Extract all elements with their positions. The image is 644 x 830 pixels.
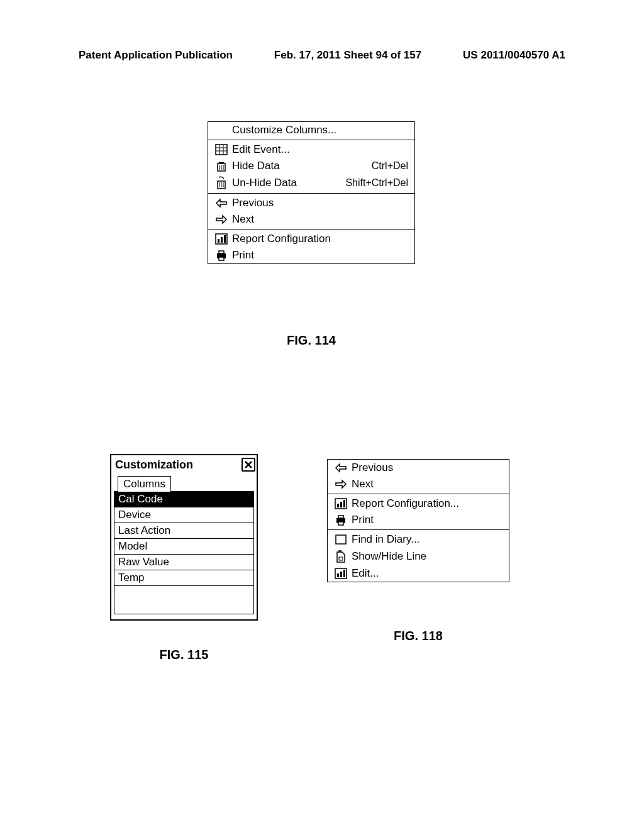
list-item[interactable]: Temp xyxy=(114,570,253,586)
print-item[interactable]: Print xyxy=(208,247,414,263)
previous-item[interactable]: Previous xyxy=(208,195,414,211)
print-label: Print xyxy=(349,514,502,526)
hide-data-label: Hide Data xyxy=(230,160,372,172)
close-icon xyxy=(244,460,253,469)
columns-list: Cal Code Device Last Action Model Raw Va… xyxy=(114,491,254,614)
unhide-shortcut: Shift+Ctrl+Del xyxy=(345,177,408,189)
separator xyxy=(328,529,509,530)
print-item[interactable]: Print xyxy=(328,512,509,528)
show-hide-label: Show/Hide Line xyxy=(349,550,502,563)
svg-rect-12 xyxy=(218,239,219,243)
edit-label: Edit... xyxy=(349,567,502,580)
unhide-data-item[interactable]: Un-Hide Data Shift+Ctrl+Del xyxy=(208,174,414,192)
trash-icon xyxy=(213,160,230,172)
square-icon xyxy=(333,534,349,545)
svg-rect-27 xyxy=(336,535,346,544)
context-menu-118: Previous Next Report Configuration... Pr… xyxy=(327,459,509,582)
edit-event-label: Edit Event... xyxy=(230,143,408,156)
svg-rect-31 xyxy=(340,572,342,577)
separator xyxy=(208,229,414,230)
hide-data-item[interactable]: Hide Data Ctrl+Del xyxy=(208,158,414,174)
dialog-title: Customization xyxy=(115,458,193,472)
restore-trash-icon xyxy=(213,176,230,190)
svg-rect-22 xyxy=(340,502,342,507)
report-config-label: Report Configuration... xyxy=(349,497,502,510)
chart-icon xyxy=(213,233,230,245)
list-item[interactable]: Device xyxy=(114,507,253,523)
list-item[interactable]: Last Action xyxy=(114,523,253,539)
dialog-titlebar: Customization xyxy=(111,455,257,475)
find-in-diary-item[interactable]: Find in Diary... xyxy=(328,531,509,548)
next-label: Next xyxy=(230,213,408,226)
fig-118-caption: FIG. 118 xyxy=(327,629,509,643)
previous-label: Previous xyxy=(349,462,502,474)
chart-icon xyxy=(333,568,349,579)
report-config-label: Report Configuration xyxy=(230,233,408,245)
fig-114-caption: FIG. 114 xyxy=(208,333,415,348)
list-item[interactable]: Raw Value xyxy=(114,555,253,570)
hide-shortcut: Ctrl+Del xyxy=(372,160,408,172)
customize-columns-item[interactable]: Customize Columns... xyxy=(208,122,414,138)
svg-rect-16 xyxy=(219,251,224,253)
arrow-right-icon xyxy=(213,214,230,224)
svg-rect-17 xyxy=(219,257,224,260)
svg-rect-14 xyxy=(224,235,226,243)
chart-icon xyxy=(333,498,349,509)
svg-rect-0 xyxy=(216,145,227,155)
find-diary-label: Find in Diary... xyxy=(349,533,502,546)
customization-dialog: Customization Columns Cal Code Device La… xyxy=(110,454,258,621)
grid-icon xyxy=(213,144,230,155)
svg-rect-30 xyxy=(337,573,339,577)
edit-event-item[interactable]: Edit Event... xyxy=(208,141,414,158)
svg-rect-23 xyxy=(343,500,345,507)
svg-rect-32 xyxy=(343,570,345,577)
print-label: Print xyxy=(230,249,408,262)
separator xyxy=(208,140,414,140)
page-icon xyxy=(333,550,349,563)
report-config-item[interactable]: Report Configuration xyxy=(208,231,414,247)
columns-tab[interactable]: Columns xyxy=(118,476,171,492)
arrow-right-icon xyxy=(333,479,349,489)
next-item[interactable]: Next xyxy=(328,476,509,492)
svg-rect-25 xyxy=(338,516,343,518)
printer-icon xyxy=(213,249,230,262)
previous-item[interactable]: Previous xyxy=(328,460,509,476)
arrow-left-icon xyxy=(213,198,230,208)
svg-rect-26 xyxy=(338,522,343,525)
svg-rect-28 xyxy=(339,557,343,560)
separator xyxy=(208,193,414,194)
list-empty-area xyxy=(114,586,253,614)
fig-115-caption: FIG. 115 xyxy=(110,648,258,662)
header-center: Feb. 17, 2011 Sheet 94 of 157 xyxy=(274,49,421,62)
edit-item[interactable]: Edit... xyxy=(328,565,509,582)
header-left: Patent Application Publication xyxy=(79,49,233,62)
next-label: Next xyxy=(349,478,502,490)
svg-rect-21 xyxy=(337,504,339,507)
unhide-data-label: Un-Hide Data xyxy=(230,177,345,189)
close-button[interactable] xyxy=(242,458,255,472)
list-item[interactable]: Model xyxy=(114,539,253,555)
next-item[interactable]: Next xyxy=(208,211,414,228)
context-menu-114: Customize Columns... Edit Event... Hide … xyxy=(208,121,415,264)
separator xyxy=(328,494,509,494)
svg-rect-13 xyxy=(221,237,223,243)
arrow-left-icon xyxy=(333,463,349,473)
customize-label: Customize Columns... xyxy=(230,124,408,136)
report-config-item[interactable]: Report Configuration... xyxy=(328,495,509,512)
show-hide-line-item[interactable]: Show/Hide Line xyxy=(328,548,509,565)
previous-label: Previous xyxy=(230,197,408,209)
page-header: Patent Application Publication Feb. 17, … xyxy=(0,49,644,62)
header-right: US 2011/0040570 A1 xyxy=(463,49,565,62)
printer-icon xyxy=(333,514,349,526)
tabs: Columns xyxy=(111,475,257,491)
list-item[interactable]: Cal Code xyxy=(114,492,253,507)
